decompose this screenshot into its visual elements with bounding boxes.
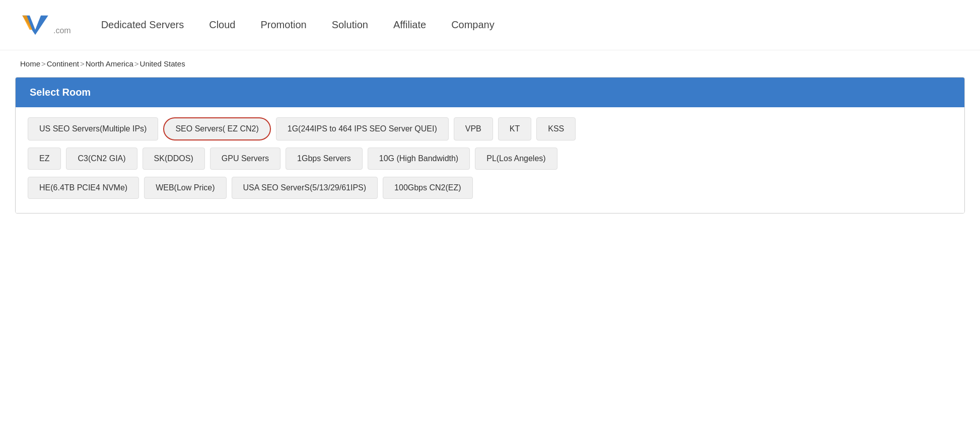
nav-item-dedicated-servers[interactable]: Dedicated Servers <box>101 15 184 35</box>
room-button[interactable]: 1Gbps Servers <box>286 148 363 170</box>
room-button[interactable]: USA SEO ServerS(5/13/29/61IPS) <box>232 177 378 199</box>
breadcrumb-separator: > <box>80 59 85 68</box>
room-row-2: HE(6.4TB PCIE4 NVMe)WEB(Low Price)USA SE… <box>28 177 952 199</box>
select-room-box: Select Room US SEO Servers(Multiple IPs)… <box>15 77 965 214</box>
breadcrumb-item[interactable]: Home <box>20 59 40 68</box>
room-button[interactable]: 1G(244IPS to 464 IPS SEO Server QUEI) <box>276 117 449 140</box>
header: .com Dedicated ServersCloudPromotionSolu… <box>0 0 980 50</box>
room-button[interactable]: KT <box>498 117 531 140</box>
room-button[interactable]: C3(CN2 GIA) <box>66 148 137 170</box>
room-row-0: US SEO Servers(Multiple IPs)SEO Servers(… <box>28 117 952 140</box>
select-room-title: Select Room <box>30 87 91 98</box>
room-button[interactable]: SK(DDOS) <box>143 148 205 170</box>
room-button[interactable]: 100Gbps CN2(EZ) <box>383 177 473 199</box>
select-room-header: Select Room <box>16 78 964 107</box>
nav-item-affiliate[interactable]: Affiliate <box>393 15 426 35</box>
breadcrumb: Home>Continent>North America>United Stat… <box>0 50 980 77</box>
select-room-body: US SEO Servers(Multiple IPs)SEO Servers(… <box>16 107 964 213</box>
breadcrumb-separator: > <box>41 59 46 68</box>
nav-item-promotion[interactable]: Promotion <box>260 15 306 35</box>
breadcrumb-item: United States <box>140 59 185 68</box>
nav-item-company[interactable]: Company <box>451 15 495 35</box>
room-button[interactable]: VPB <box>454 117 493 140</box>
breadcrumb-item[interactable]: North America <box>86 59 133 68</box>
logo-icon <box>20 12 50 38</box>
room-row-1: EZC3(CN2 GIA)SK(DDOS)GPU Servers1Gbps Se… <box>28 148 952 170</box>
main-content: Select Room US SEO Servers(Multiple IPs)… <box>0 77 980 234</box>
logo-com-text: .com <box>53 26 71 35</box>
room-button[interactable]: 10G (High Bandwidth) <box>368 148 470 170</box>
breadcrumb-item[interactable]: Continent <box>47 59 79 68</box>
room-button[interactable]: EZ <box>28 148 61 170</box>
room-button[interactable]: GPU Servers <box>210 148 281 170</box>
logo[interactable]: .com <box>20 12 71 38</box>
nav-item-cloud[interactable]: Cloud <box>209 15 235 35</box>
nav-item-solution[interactable]: Solution <box>332 15 368 35</box>
room-button[interactable]: US SEO Servers(Multiple IPs) <box>28 117 158 140</box>
room-button[interactable]: PL(Los Angeles) <box>475 148 557 170</box>
room-button[interactable]: SEO Servers( EZ CN2) <box>163 117 270 140</box>
breadcrumb-separator: > <box>134 59 139 68</box>
room-button[interactable]: KSS <box>536 117 576 140</box>
room-button[interactable]: HE(6.4TB PCIE4 NVMe) <box>28 177 139 199</box>
room-button[interactable]: WEB(Low Price) <box>144 177 226 199</box>
nav: Dedicated ServersCloudPromotionSolutionA… <box>101 15 495 35</box>
